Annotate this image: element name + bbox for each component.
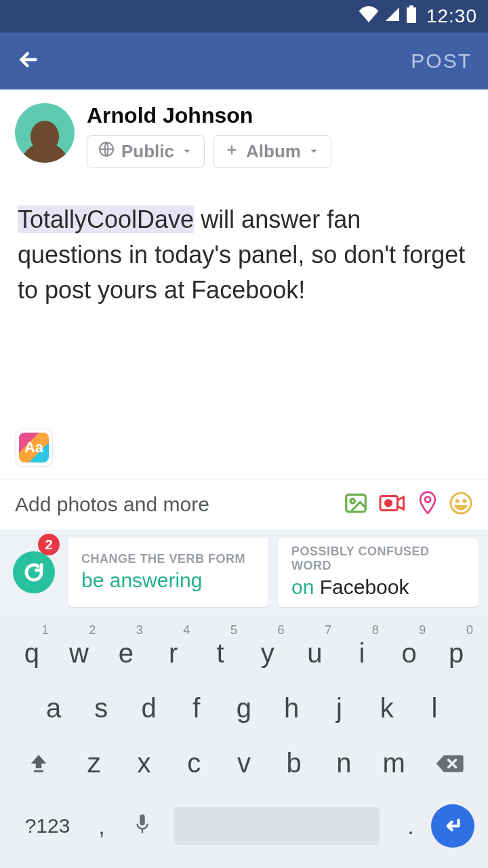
back-arrow-icon[interactable]: [16, 47, 41, 75]
svg-point-9: [456, 500, 458, 502]
shift-key[interactable]: [8, 752, 69, 775]
key-u[interactable]: u7: [291, 638, 339, 669]
key-l[interactable]: l: [411, 693, 458, 724]
post-highlight: TotallyCoolDave: [18, 205, 194, 233]
post-button[interactable]: POST: [411, 50, 472, 73]
svg-rect-1: [409, 5, 413, 7]
emoji-face-icon[interactable]: [449, 491, 473, 518]
key-j[interactable]: j: [315, 693, 363, 724]
suggestion-replacement: be answering: [81, 569, 202, 591]
svg-point-10: [464, 500, 466, 502]
photo-icon[interactable]: [343, 490, 369, 519]
key-t[interactable]: t5: [197, 638, 244, 669]
key-v[interactable]: v: [219, 748, 269, 778]
status-time: 12:30: [426, 5, 477, 27]
wifi-icon: [359, 5, 379, 27]
suggestion-context: Facebook: [320, 576, 409, 598]
enter-key[interactable]: [431, 804, 474, 848]
svg-point-7: [425, 497, 430, 502]
symbols-key[interactable]: ?123: [14, 814, 81, 837]
key-i[interactable]: i8: [338, 638, 386, 669]
keyboard-row-4: ?123 , .: [4, 791, 484, 861]
author-block: Arnold Johnson Public Album: [0, 90, 488, 175]
key-o[interactable]: o9: [386, 638, 433, 669]
key-m[interactable]: m: [369, 748, 419, 778]
suggestion-card-2[interactable]: POSSIBLY CONFUSED WORD on Facebook: [278, 538, 479, 607]
svg-rect-0: [407, 7, 416, 23]
key-q[interactable]: q1: [8, 638, 56, 669]
svg-rect-11: [34, 770, 43, 772]
key-n[interactable]: n: [319, 748, 369, 778]
album-label: Album: [246, 141, 301, 162]
suggestion-caption: CHANGE THE VERB FORM: [81, 552, 255, 566]
avatar[interactable]: [15, 103, 75, 163]
space-key[interactable]: [174, 807, 380, 845]
key-e[interactable]: e3: [102, 638, 150, 669]
svg-point-6: [386, 500, 392, 507]
comma-key[interactable]: ,: [81, 813, 122, 840]
key-a[interactable]: a: [30, 693, 77, 724]
key-s[interactable]: s: [77, 693, 125, 724]
add-media-label: Add photos and more: [15, 493, 209, 516]
grammarly-button[interactable]: 2: [9, 538, 58, 607]
chevron-down-icon: [181, 141, 193, 162]
keyboard-row-3: zxcvbnm: [4, 736, 484, 791]
period-key[interactable]: .: [390, 813, 431, 840]
audience-selector[interactable]: Public: [87, 135, 205, 168]
soft-keyboard: q1w2e3r4t5y6u7i8o9p0 asdfghjkl zxcvbnm ?…: [0, 616, 488, 868]
grammarly-suggestion-strip: 2 CHANGE THE VERB FORM be answering POSS…: [0, 530, 488, 616]
key-z[interactable]: z: [69, 748, 119, 778]
cell-signal-icon: [384, 5, 401, 27]
key-b[interactable]: b: [269, 748, 319, 778]
location-pin-icon[interactable]: [416, 490, 439, 519]
mic-key[interactable]: [122, 812, 163, 840]
key-c[interactable]: c: [169, 748, 219, 778]
grammarly-badge: 2: [38, 534, 60, 555]
svg-rect-12: [140, 814, 145, 825]
album-selector[interactable]: Album: [213, 135, 331, 168]
key-y[interactable]: y6: [244, 638, 291, 669]
background-style-row: Aa: [0, 429, 488, 479]
keyboard-row-1: q1w2e3r4t5y6u7i8o9p0: [4, 626, 484, 681]
audience-label: Public: [121, 141, 174, 162]
key-h[interactable]: h: [268, 693, 315, 724]
suggestion-replacement: on: [291, 576, 320, 598]
style-button-text: Aa: [24, 439, 43, 456]
key-d[interactable]: d: [125, 693, 172, 724]
background-style-button[interactable]: Aa: [15, 429, 53, 467]
app-header: POST: [0, 33, 488, 90]
chevron-down-icon: [308, 141, 320, 162]
post-text-input[interactable]: TotallyCoolDave will answer fan question…: [0, 175, 488, 322]
key-w[interactable]: w2: [56, 638, 103, 669]
suggestion-caption: POSSIBLY CONFUSED WORD: [291, 545, 465, 573]
battery-icon: [406, 5, 417, 28]
plus-icon: [224, 141, 239, 162]
add-media-bar[interactable]: Add photos and more: [0, 479, 488, 530]
keyboard-row-2: asdfghjkl: [4, 681, 484, 736]
suggestion-card-1[interactable]: CHANGE THE VERB FORM be answering: [68, 538, 268, 607]
key-f[interactable]: f: [173, 693, 220, 724]
grammarly-icon: [13, 551, 55, 593]
author-name: Arnold Johnson: [87, 103, 331, 128]
globe-icon: [98, 141, 115, 162]
key-p[interactable]: p0: [432, 638, 480, 669]
key-k[interactable]: k: [363, 693, 411, 724]
status-bar: 12:30: [0, 0, 488, 33]
key-x[interactable]: x: [119, 748, 169, 778]
backspace-key[interactable]: [419, 752, 480, 775]
svg-point-4: [350, 499, 354, 503]
key-r[interactable]: r4: [150, 638, 197, 669]
live-video-icon[interactable]: [378, 490, 407, 519]
key-g[interactable]: g: [220, 693, 268, 724]
